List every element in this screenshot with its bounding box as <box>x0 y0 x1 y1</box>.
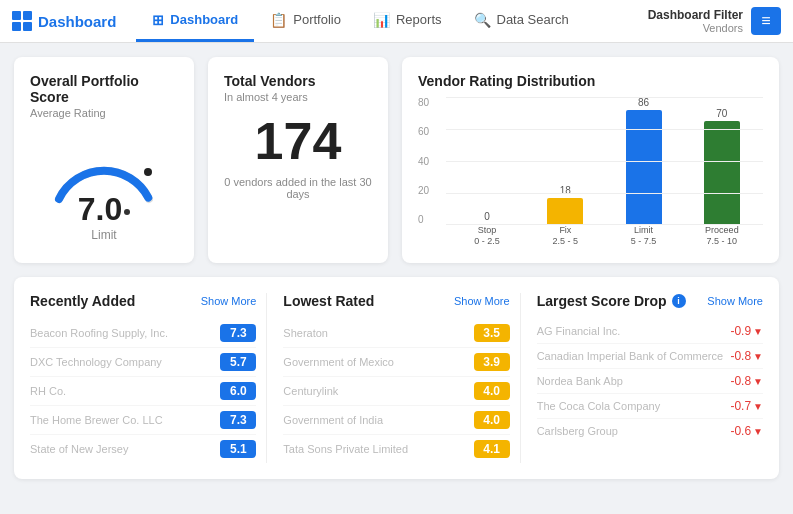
largest-drop-list: AG Financial Inc. -0.9 ▼ Canadian Imperi… <box>537 319 763 443</box>
list-item: Carlsberg Group -0.6 ▼ <box>537 419 763 443</box>
list-item: Tata Sons Private Limited 4.1 <box>283 435 509 463</box>
drop-arrow-icon: ▼ <box>753 426 763 437</box>
dashboard-icon: ⊞ <box>152 12 164 28</box>
nav-filter: Dashboard Filter Vendors ≡ <box>648 7 781 35</box>
info-icon: i <box>672 294 686 308</box>
list-item: Centurylink 4.0 <box>283 377 509 406</box>
lowest-rated-section: Lowest Rated Show More Sheraton 3.5 Gove… <box>266 293 519 463</box>
tab-data-search[interactable]: 🔍 Data Search <box>458 0 585 42</box>
grid-area: 0 18 86 <box>446 97 763 225</box>
item-score: 7.3 <box>220 411 256 429</box>
list-item: The Coca Cola Company -0.7 ▼ <box>537 394 763 419</box>
recently-added-section: Recently Added Show More Beacon Roofing … <box>30 293 266 463</box>
vendors-note: 0 vendors added in the last 30 days <box>224 176 372 200</box>
tab-reports[interactable]: 📊 Reports <box>357 0 458 42</box>
item-score: 4.0 <box>474 411 510 429</box>
filter-button[interactable]: ≡ <box>751 7 781 35</box>
top-row: Overall Portfolio Score Average Rating 7… <box>14 57 779 263</box>
filter-icon: ≡ <box>761 12 770 30</box>
largest-drop-section: Largest Score Drop i Show More AG Financ… <box>520 293 763 463</box>
list-item: Canadian Imperial Bank of Commerce -0.8 … <box>537 344 763 369</box>
top-nav: Dashboard ⊞ Dashboard 📋 Portfolio 📊 Repo… <box>0 0 793 43</box>
item-name: Sheraton <box>283 327 473 339</box>
list-item: DXC Technology Company 5.7 <box>30 348 256 377</box>
x-label-limit: Limit5 - 7.5 <box>613 225 675 247</box>
item-score: 5.7 <box>220 353 256 371</box>
search-icon: 🔍 <box>474 12 491 28</box>
drop-arrow-icon: ▼ <box>753 376 763 387</box>
item-name: Government of India <box>283 414 473 426</box>
bar-limit-value: 86 <box>638 97 649 108</box>
gauge-value: 7.0 <box>78 191 122 227</box>
x-labels: Stop0 - 2.5 Fix2.5 - 5 Limit5 - 7.5 Proc… <box>446 225 763 247</box>
gridline-40 <box>446 161 763 162</box>
svg-point-0 <box>144 168 152 176</box>
gauge-container: 7.0 Limit <box>30 129 178 242</box>
gridline-60 <box>446 129 763 130</box>
score-card-title: Overall Portfolio Score <box>30 73 178 105</box>
bar-fix-value: 18 <box>560 185 571 196</box>
gauge-value-wrapper: 7.0 <box>78 191 130 228</box>
item-score: 3.5 <box>474 324 510 342</box>
recently-added-title: Recently Added <box>30 293 135 309</box>
list-item: RH Co. 6.0 <box>30 377 256 406</box>
recently-added-header: Recently Added Show More <box>30 293 256 309</box>
tab-portfolio[interactable]: 📋 Portfolio <box>254 0 357 42</box>
score-card-subtitle: Average Rating <box>30 107 178 119</box>
vendors-value: 174 <box>224 113 372 170</box>
bar-proceed-value: 70 <box>716 108 727 119</box>
item-name: State of New Jersey <box>30 443 220 455</box>
y-label-20: 20 <box>418 185 442 196</box>
y-label-0: 0 <box>418 214 442 225</box>
tab-reports-label: Reports <box>396 12 442 27</box>
y-label-40: 40 <box>418 156 442 167</box>
list-item: Nordea Bank Abp -0.8 ▼ <box>537 369 763 394</box>
list-item: Government of Mexico 3.9 <box>283 348 509 377</box>
recently-added-list: Beacon Roofing Supply, Inc. 7.3 DXC Tech… <box>30 319 256 463</box>
largest-drop-show-more[interactable]: Show More <box>707 295 763 307</box>
list-item: State of New Jersey 5.1 <box>30 435 256 463</box>
lowest-rated-header: Lowest Rated Show More <box>283 293 509 309</box>
chart-title: Vendor Rating Distribution <box>418 73 763 89</box>
x-label-proceed: Proceed7.5 - 10 <box>691 225 753 247</box>
item-score: 4.1 <box>474 440 510 458</box>
bar-fix-rect <box>547 198 583 225</box>
chart-card: Vendor Rating Distribution 0 20 40 60 80 <box>402 57 779 263</box>
recently-added-show-more[interactable]: Show More <box>201 295 257 307</box>
drop-arrow-icon: ▼ <box>753 401 763 412</box>
vendors-card-subtitle: In almost 4 years <box>224 91 372 103</box>
tab-dashboard-label: Dashboard <box>170 12 238 27</box>
item-name: AG Financial Inc. <box>537 325 731 337</box>
bar-proceed-rect <box>704 121 740 225</box>
item-drop: -0.6 ▼ <box>730 424 763 438</box>
item-score: 5.1 <box>220 440 256 458</box>
tab-data-search-label: Data Search <box>497 12 569 27</box>
vendors-card: Total Vendors In almost 4 years 174 0 ve… <box>208 57 388 263</box>
list-item: The Home Brewer Co. LLC 7.3 <box>30 406 256 435</box>
y-label-80: 80 <box>418 97 442 108</box>
item-score: 7.3 <box>220 324 256 342</box>
drop-arrow-icon: ▼ <box>753 351 763 362</box>
item-name: The Home Brewer Co. LLC <box>30 414 220 426</box>
drop-arrow-icon: ▼ <box>753 326 763 337</box>
item-drop: -0.7 ▼ <box>730 399 763 413</box>
tab-dashboard[interactable]: ⊞ Dashboard <box>136 0 254 42</box>
largest-drop-header: Largest Score Drop i Show More <box>537 293 763 309</box>
nav-logo: Dashboard <box>12 11 116 31</box>
y-label-60: 60 <box>418 126 442 137</box>
item-drop: -0.8 ▼ <box>730 374 763 388</box>
reports-icon: 📊 <box>373 12 390 28</box>
item-name: Tata Sons Private Limited <box>283 443 473 455</box>
item-name: Nordea Bank Abp <box>537 375 731 387</box>
gridline-20 <box>446 193 763 194</box>
item-drop: -0.8 ▼ <box>730 349 763 363</box>
tab-portfolio-label: Portfolio <box>293 12 341 27</box>
lowest-rated-show-more[interactable]: Show More <box>454 295 510 307</box>
gauge-limit: Limit <box>91 228 116 242</box>
main-content: Overall Portfolio Score Average Rating 7… <box>0 43 793 493</box>
filter-title: Dashboard Filter <box>648 8 743 22</box>
logo-icon <box>12 11 32 31</box>
item-name: DXC Technology Company <box>30 356 220 368</box>
list-item: Beacon Roofing Supply, Inc. 7.3 <box>30 319 256 348</box>
filter-label: Dashboard Filter Vendors <box>648 8 743 34</box>
